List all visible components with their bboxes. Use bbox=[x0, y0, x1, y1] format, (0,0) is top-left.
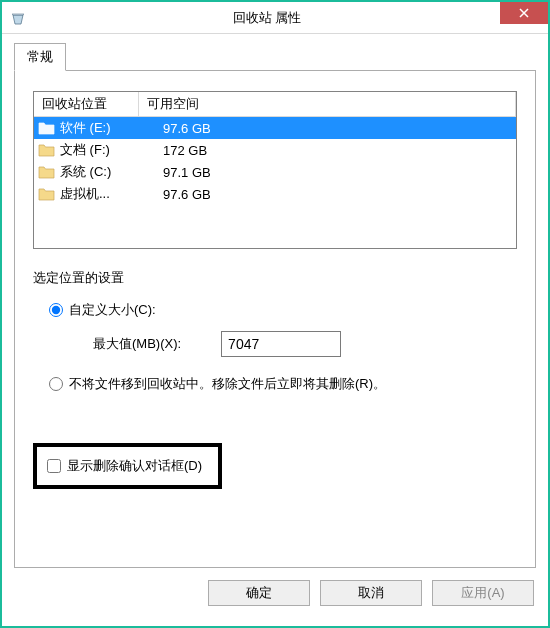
max-size-input[interactable] bbox=[221, 331, 341, 357]
folder-icon bbox=[38, 120, 56, 136]
row-space: 172 GB bbox=[157, 143, 516, 158]
apply-button[interactable]: 应用(A) bbox=[432, 580, 534, 606]
row-location: 虚拟机... bbox=[60, 185, 157, 203]
radio-no-move-label: 不将文件移到回收站中。移除文件后立即将其删除(R)。 bbox=[69, 375, 386, 393]
radio-custom-size-input[interactable] bbox=[49, 303, 63, 317]
confirm-delete-label: 显示删除确认对话框(D) bbox=[67, 457, 202, 475]
radio-custom-size-label: 自定义大小(C): bbox=[69, 301, 156, 319]
cancel-button[interactable]: 取消 bbox=[320, 580, 422, 606]
max-size-label: 最大值(MB)(X): bbox=[93, 335, 181, 353]
header-space[interactable]: 可用空间 bbox=[139, 92, 516, 116]
settings-group-label: 选定位置的设置 bbox=[33, 269, 517, 287]
folder-icon bbox=[38, 186, 56, 202]
titlebar: 回收站 属性 bbox=[2, 2, 548, 34]
listview-header: 回收站位置 可用空间 bbox=[34, 92, 516, 117]
listview-row[interactable]: 软件 (E:) 97.6 GB bbox=[34, 117, 516, 139]
radio-no-move-input[interactable] bbox=[49, 377, 63, 391]
row-space: 97.1 GB bbox=[157, 165, 516, 180]
folder-icon bbox=[38, 142, 56, 158]
header-location[interactable]: 回收站位置 bbox=[34, 92, 139, 116]
folder-icon bbox=[38, 164, 56, 180]
tab-panel-general: 回收站位置 可用空间 软件 (E:) 97.6 GB 文档 (F:) 172 G… bbox=[14, 70, 536, 568]
radio-no-move[interactable]: 不将文件移到回收站中。移除文件后立即将其删除(R)。 bbox=[49, 375, 517, 393]
row-location: 文档 (F:) bbox=[60, 141, 157, 159]
confirm-delete-highlight: 显示删除确认对话框(D) bbox=[33, 443, 222, 489]
row-location: 软件 (E:) bbox=[60, 119, 157, 137]
row-space: 97.6 GB bbox=[157, 187, 516, 202]
window-title: 回收站 属性 bbox=[34, 9, 500, 27]
location-listview[interactable]: 回收站位置 可用空间 软件 (E:) 97.6 GB 文档 (F:) 172 G… bbox=[33, 91, 517, 249]
tab-general[interactable]: 常规 bbox=[14, 43, 66, 71]
row-space: 97.6 GB bbox=[157, 121, 516, 136]
radio-custom-size[interactable]: 自定义大小(C): bbox=[49, 301, 517, 319]
ok-button[interactable]: 确定 bbox=[208, 580, 310, 606]
max-size-row: 最大值(MB)(X): bbox=[93, 331, 517, 357]
tab-strip: 常规 bbox=[14, 44, 536, 70]
listview-row[interactable]: 虚拟机... 97.6 GB bbox=[34, 183, 516, 205]
listview-row[interactable]: 系统 (C:) 97.1 GB bbox=[34, 161, 516, 183]
confirm-delete-checkbox[interactable] bbox=[47, 459, 61, 473]
row-location: 系统 (C:) bbox=[60, 163, 157, 181]
close-button[interactable] bbox=[500, 2, 548, 24]
recycle-bin-icon bbox=[10, 10, 26, 26]
dialog-button-row: 确定 取消 应用(A) bbox=[2, 568, 548, 618]
listview-row[interactable]: 文档 (F:) 172 GB bbox=[34, 139, 516, 161]
